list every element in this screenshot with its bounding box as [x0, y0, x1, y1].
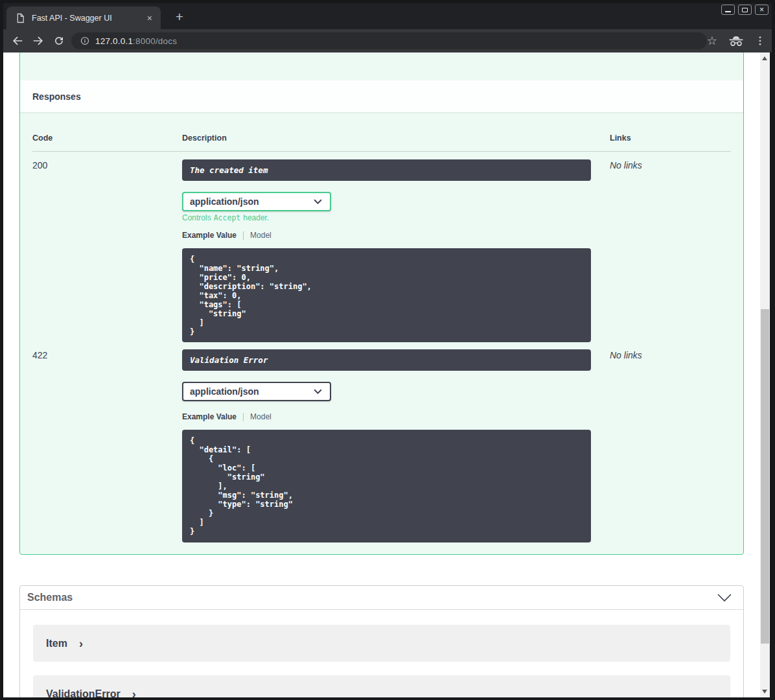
- close-button[interactable]: ×: [755, 5, 769, 15]
- tab-divider: [243, 413, 244, 421]
- menu-dots-icon[interactable]: ⋮: [755, 36, 765, 46]
- col-header-description: Description: [182, 134, 227, 143]
- scroll-up-arrow-icon[interactable]: [762, 56, 767, 60]
- maximize-button[interactable]: [738, 5, 752, 15]
- scroll-down-arrow-icon[interactable]: [762, 690, 767, 694]
- example-json-422: { "detail": [ { "loc": [ "string" ], "ms…: [182, 430, 591, 542]
- schemas-section: Schemas Item › ValidationError ›: [19, 585, 744, 697]
- back-button[interactable]: [7, 31, 28, 51]
- new-tab-button[interactable]: +: [170, 8, 189, 27]
- tab-model[interactable]: Model: [250, 231, 272, 240]
- minimize-button[interactable]: [721, 5, 735, 15]
- col-header-code: Code: [32, 134, 52, 143]
- expand-chevron-icon: ›: [132, 689, 136, 698]
- controls-accept-note: ControlsAcceptheader.: [182, 213, 269, 222]
- model-validationerror[interactable]: ValidationError ›: [33, 675, 730, 697]
- reload-button[interactable]: [49, 31, 69, 51]
- page-viewport: Responses Code Description Links 200 No …: [3, 52, 770, 697]
- site-info-icon[interactable]: [80, 36, 89, 45]
- scrollbar-thumb[interactable]: [761, 309, 769, 644]
- response-links-422: No links: [610, 350, 642, 360]
- bookmark-star-icon[interactable]: ☆: [707, 35, 717, 47]
- response-links-200: No links: [610, 160, 642, 170]
- example-json-422-code: { "detail": [ { "loc": [ "string" ], "ms…: [190, 436, 583, 536]
- page-favicon-icon: [16, 13, 25, 23]
- media-type-value: application/json: [190, 196, 314, 207]
- tab-model[interactable]: Model: [250, 412, 272, 421]
- response-description-200: The created item: [182, 159, 591, 181]
- operation-block: Responses Code Description Links 200 No …: [19, 52, 744, 555]
- example-model-tabs-200: Example Value Model: [182, 231, 272, 240]
- example-model-tabs-422: Example Value Model: [182, 412, 272, 421]
- expand-chevron-icon: ›: [79, 638, 83, 649]
- minimize-icon: [725, 11, 731, 12]
- model-item[interactable]: Item ›: [33, 625, 730, 662]
- table-header-divider: [32, 151, 731, 152]
- browser-tab[interactable]: Fast API - Swagger UI ×: [6, 6, 161, 29]
- response-description-422: Validation Error: [182, 349, 591, 371]
- close-icon: ×: [759, 6, 764, 14]
- tab-example-value[interactable]: Example Value: [182, 412, 237, 421]
- url-text: 127.0.0.1:8000/docs: [95, 36, 177, 46]
- col-header-links: Links: [610, 134, 631, 143]
- maximize-icon: [742, 8, 748, 12]
- window-controls: ×: [721, 5, 769, 15]
- media-type-select-422[interactable]: application/json: [182, 382, 331, 401]
- tab-strip: Fast API - Swagger UI × + ×: [3, 3, 772, 29]
- tab-title: Fast API - Swagger UI: [32, 14, 145, 23]
- responses-title: Responses: [32, 91, 81, 102]
- url-path: :8000/docs: [133, 36, 177, 46]
- media-type-select-200[interactable]: application/json: [182, 192, 331, 211]
- forward-button[interactable]: [28, 31, 49, 51]
- response-code-422: 422: [32, 350, 47, 360]
- browser-toolbar: 127.0.0.1:8000/docs ☆ ⋮: [3, 29, 772, 52]
- schemas-header[interactable]: Schemas: [20, 586, 743, 610]
- chevron-down-icon: [314, 389, 322, 395]
- url-host: 127.0.0.1: [95, 36, 133, 46]
- response-code-200: 200: [32, 160, 47, 170]
- url-bar[interactable]: 127.0.0.1:8000/docs: [71, 32, 707, 49]
- example-json-200: { "name": "string", "price": 0, "descrip…: [182, 248, 591, 342]
- tab-divider: [243, 231, 244, 240]
- tab-example-value[interactable]: Example Value: [182, 231, 237, 240]
- media-type-value: application/json: [190, 386, 314, 397]
- schemas-title: Schemas: [27, 592, 717, 603]
- page-scrollbar[interactable]: [760, 52, 770, 697]
- responses-section-header: Responses: [20, 80, 743, 112]
- example-json-200-code: { "name": "string", "price": 0, "descrip…: [190, 255, 583, 336]
- toolbar-actions: ☆ ⋮: [707, 29, 765, 52]
- collapse-chevron-icon[interactable]: [717, 594, 732, 602]
- incognito-icon: [728, 36, 744, 47]
- chevron-down-icon: [314, 199, 322, 205]
- tab-close-icon[interactable]: ×: [145, 14, 154, 23]
